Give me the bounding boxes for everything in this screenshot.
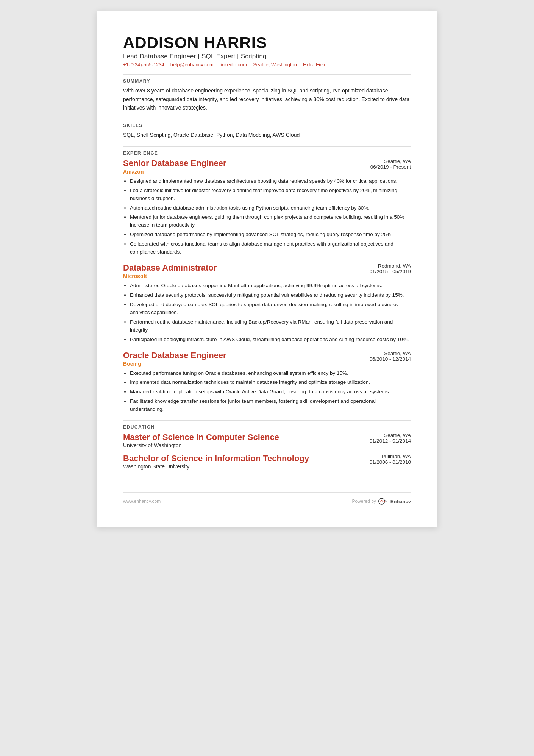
resume-page: ADDISON HARRIS Lead Database Engineer | … xyxy=(97,11,437,527)
degree-1-title: Master of Science in Computer Science xyxy=(123,432,279,442)
degree-2-dates: 01/2006 - 01/2010 xyxy=(350,459,411,465)
job-3-location: Seattle, WA xyxy=(350,351,411,356)
list-item: Managed real-time replication setups wit… xyxy=(130,388,411,396)
degree-1-school: University of Washington xyxy=(123,442,279,448)
list-item: Performed routine database maintenance, … xyxy=(130,318,411,334)
skills-text: SQL, Shell Scripting, Oracle Database, P… xyxy=(123,131,411,139)
contact-phone[interactable]: +1-(234)-555-1234 xyxy=(123,62,164,67)
header: ADDISON HARRIS Lead Database Engineer | … xyxy=(123,34,411,67)
candidate-title: Lead Database Engineer | SQL Expert | Sc… xyxy=(123,53,411,60)
degree-1-header: Master of Science in Computer Science Un… xyxy=(123,432,411,448)
list-item: Implemented data normalization technique… xyxy=(130,379,411,387)
list-item: Facilitated knowledge transfer sessions … xyxy=(130,398,411,413)
job-3: Oracle Database Engineer Boeing Seattle,… xyxy=(123,351,411,414)
job-3-title: Oracle Database Engineer xyxy=(123,351,226,360)
footer-brand: Powered by Enhancv xyxy=(352,498,411,505)
page-footer: www.enhancv.com Powered by Enhancv xyxy=(123,492,411,505)
degree-1-location-date: Seattle, WA 01/2012 - 01/2014 xyxy=(350,432,411,444)
list-item: Mentored junior database engineers, guid… xyxy=(130,213,411,229)
skills-label: SKILLS xyxy=(123,123,411,128)
education-label: EDUCATION xyxy=(123,424,411,430)
enhancv-icon xyxy=(378,498,389,505)
candidate-name: ADDISON HARRIS xyxy=(123,34,411,52)
summary-text: With over 8 years of database engineerin… xyxy=(123,86,411,112)
job-3-dates: 06/2010 - 12/2014 xyxy=(350,356,411,362)
job-2-location: Redmond, WA xyxy=(350,263,411,269)
skills-divider xyxy=(123,146,411,147)
skills-section: SKILLS SQL, Shell Scripting, Oracle Data… xyxy=(123,123,411,139)
job-2-title: Database Administrator xyxy=(123,263,217,273)
job-1-location: Seattle, WA xyxy=(350,158,411,164)
job-3-header: Oracle Database Engineer Boeing Seattle,… xyxy=(123,351,411,367)
degree-1-dates: 01/2012 - 01/2014 xyxy=(350,438,411,444)
degree-1: Master of Science in Computer Science Un… xyxy=(123,432,411,448)
degree-2: Bachelor of Science in Information Techn… xyxy=(123,454,411,470)
job-3-title-company: Oracle Database Engineer Boeing xyxy=(123,351,226,367)
experience-label: EXPERIENCE xyxy=(123,150,411,156)
job-2-company: Microsoft xyxy=(123,273,217,279)
list-item: Collaborated with cross-functional teams… xyxy=(130,240,411,256)
job-2-title-company: Database Administrator Microsoft xyxy=(123,263,217,279)
header-divider xyxy=(123,74,411,75)
list-item: Automated routine database administratio… xyxy=(130,204,411,212)
contact-linkedin[interactable]: linkedin.com xyxy=(220,62,247,67)
job-1: Senior Database Engineer Amazon Seattle,… xyxy=(123,158,411,256)
enhancv-logo: Enhancv xyxy=(378,498,411,505)
contact-extra: Extra Field xyxy=(303,62,326,67)
contact-info: +1-(234)-555-1234 help@enhancv.com linke… xyxy=(123,62,411,67)
job-1-title-company: Senior Database Engineer Amazon xyxy=(123,158,226,175)
degree-1-info: Master of Science in Computer Science Un… xyxy=(123,432,279,448)
degree-2-location-date: Pullman, WA 01/2006 - 01/2010 xyxy=(350,454,411,465)
job-2-dates: 01/2015 - 05/2019 xyxy=(350,269,411,274)
degree-2-info: Bachelor of Science in Information Techn… xyxy=(123,454,309,470)
job-2-bullets: Administered Oracle databases supporting… xyxy=(130,282,411,343)
job-1-dates: 06/2019 - Present xyxy=(350,164,411,170)
degree-2-title: Bachelor of Science in Information Techn… xyxy=(123,454,309,463)
footer-website: www.enhancv.com xyxy=(123,499,161,504)
list-item: Developed and deployed complex SQL queri… xyxy=(130,301,411,317)
svg-point-0 xyxy=(379,498,385,504)
list-item: Participated in deploying infrastructure… xyxy=(130,336,411,344)
degree-2-location: Pullman, WA xyxy=(350,454,411,459)
contact-email[interactable]: help@enhancv.com xyxy=(170,62,214,67)
job-1-bullets: Designed and implemented new database ar… xyxy=(130,177,411,256)
list-item: Optimized database performance by implem… xyxy=(130,231,411,239)
list-item: Enhanced data security protocols, succes… xyxy=(130,291,411,299)
job-1-company: Amazon xyxy=(123,169,226,175)
list-item: Administered Oracle databases supporting… xyxy=(130,282,411,290)
summary-label: SUMMARY xyxy=(123,78,411,84)
job-1-location-date: Seattle, WA 06/2019 - Present xyxy=(350,158,411,170)
job-1-title: Senior Database Engineer xyxy=(123,158,226,168)
degree-2-header: Bachelor of Science in Information Techn… xyxy=(123,454,411,470)
job-3-company: Boeing xyxy=(123,361,226,367)
list-item: Designed and implemented new database ar… xyxy=(130,177,411,185)
experience-divider xyxy=(123,420,411,421)
summary-section: SUMMARY With over 8 years of database en… xyxy=(123,78,411,112)
brand-name: Enhancv xyxy=(390,499,411,504)
degree-2-school: Washington State University xyxy=(123,463,309,470)
experience-section: EXPERIENCE Senior Database Engineer Amaz… xyxy=(123,150,411,413)
contact-location: Seattle, Washington xyxy=(253,62,297,67)
job-3-location-date: Seattle, WA 06/2010 - 12/2014 xyxy=(350,351,411,362)
job-2: Database Administrator Microsoft Redmond… xyxy=(123,263,411,343)
powered-by-text: Powered by xyxy=(352,499,376,504)
degree-1-location: Seattle, WA xyxy=(350,432,411,438)
job-2-header: Database Administrator Microsoft Redmond… xyxy=(123,263,411,279)
summary-divider xyxy=(123,119,411,119)
job-3-bullets: Executed performance tuning on Oracle da… xyxy=(130,369,411,414)
list-item: Executed performance tuning on Oracle da… xyxy=(130,369,411,377)
education-section: EDUCATION Master of Science in Computer … xyxy=(123,424,411,470)
job-2-location-date: Redmond, WA 01/2015 - 05/2019 xyxy=(350,263,411,274)
job-1-header: Senior Database Engineer Amazon Seattle,… xyxy=(123,158,411,175)
list-item: Led a strategic initiative for disaster … xyxy=(130,187,411,203)
